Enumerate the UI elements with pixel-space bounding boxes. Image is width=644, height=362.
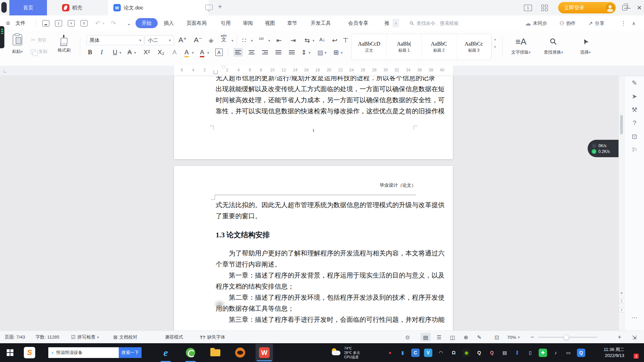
align-justify-icon[interactable] xyxy=(274,48,283,57)
apps-grid-icon[interactable] xyxy=(541,0,551,15)
numbered-list-icon[interactable]: ¹²³ xyxy=(259,37,264,42)
gallery-down-icon[interactable]: ▼ xyxy=(494,46,496,49)
command-search[interactable]: ⚲ 查找命令、搜索模板 xyxy=(410,15,459,31)
ribbon-tab-insert[interactable]: 插入 xyxy=(164,15,174,31)
strikethrough-icon[interactable]: A xyxy=(127,49,132,56)
file-menu[interactable]: 文件 xyxy=(15,15,25,31)
line-spacing-caret-icon[interactable]: ▾ xyxy=(309,51,311,55)
paste-button[interactable]: 粘贴▾ xyxy=(9,35,26,55)
pen-view-icon[interactable]: ✎ xyxy=(474,333,484,342)
tab-docer[interactable]: 稻壳 xyxy=(47,0,97,15)
format-painter-button[interactable]: 格式刷 xyxy=(54,35,74,53)
close-button[interactable]: × xyxy=(632,0,644,15)
text-direction-icon[interactable]: A↓ xyxy=(319,37,325,42)
more-menu-icon[interactable]: ⋮ xyxy=(621,15,626,31)
taskbar-clock[interactable]: 11:36 周二 2022/9/13 xyxy=(581,343,624,362)
find-replace-button[interactable]: ⚲ 查找替换▾ xyxy=(539,36,568,55)
underline-caret-icon[interactable]: ▾ xyxy=(119,51,121,55)
decrease-font-icon[interactable]: A⁻ xyxy=(194,36,202,44)
weather-temp-block[interactable]: 74℃ 28℃ 多云 CPU温度 xyxy=(344,343,360,362)
font-color-caret-icon[interactable]: ▾ xyxy=(207,51,209,55)
doc-line[interactable]: 用的数据存储工具等信息； xyxy=(216,303,445,314)
page-2[interactable]: 毕业设计（论文） 式无法比拟的。因此无人超市管理系统为数据信息的管理模式的升级与… xyxy=(174,166,453,330)
taskbar-app-360-browser[interactable] xyxy=(181,343,200,362)
underline-icon[interactable]: U xyxy=(113,49,117,56)
missing-font-button[interactable]: T? 缺失字体 xyxy=(200,331,225,344)
wrap-icon[interactable]: ↩ xyxy=(332,37,337,44)
book-view-icon[interactable]: ◫ xyxy=(447,333,458,342)
document-canvas[interactable]: 无人超市信息的更新/运行/规划开发是运用科技的进程．所以各个信息的记录出现就能缓… xyxy=(0,76,625,330)
gallery-up-icon[interactable]: ▲ xyxy=(494,38,496,41)
tray-device-icon[interactable]: ▯ xyxy=(526,349,534,357)
doc-line[interactable]: 第三章：描述了程序着手进行开发时，会面临的可行性问题，并对程序功能 xyxy=(216,314,445,325)
borders-icon[interactable]: ⊞ xyxy=(333,49,339,56)
tab-stop-selector-icon[interactable]: ∟ xyxy=(3,68,7,73)
align-distribute-icon[interactable] xyxy=(287,48,297,57)
tray-wifi-icon[interactable]: ◠ xyxy=(437,349,445,357)
style-item[interactable]: AaBb( 标题 1 xyxy=(387,34,422,60)
doc-line[interactable]: 为了帮助用户更好的了解和理解程序的开发流程与相关内容，本文将通过六 xyxy=(216,248,445,259)
collapse-ribbon-icon[interactable]: ∧ xyxy=(632,15,636,31)
align-center-icon[interactable] xyxy=(247,48,256,57)
taskbar-app-explorer[interactable] xyxy=(206,343,225,362)
font-family-select[interactable]: 黑体▾ xyxy=(87,35,144,45)
page2-header[interactable]: 毕业设计（论文） xyxy=(215,182,416,189)
help-icon[interactable]: ? xyxy=(625,116,644,130)
taskbar-search-box[interactable]: e 恒温恒湿设备 xyxy=(48,347,119,358)
tray-qq-2-icon[interactable]: Q xyxy=(488,349,496,357)
pinyin-caret-icon[interactable]: ▾ xyxy=(231,39,233,43)
tray-volume-icon[interactable]: ♪ xyxy=(551,349,560,357)
doc-line[interactable]: 第一章：描述了程序的开发背景，程序运用于现实生活的目的与意义，以及 xyxy=(216,270,445,281)
doc-proof-button[interactable]: ⊠ 文档校对 xyxy=(113,331,138,344)
text-layout-button[interactable]: ≡A 文字排版▾ xyxy=(507,36,535,55)
taskbar-app-game[interactable] xyxy=(231,343,250,362)
window-switch-icon[interactable]: 1 xyxy=(524,0,535,15)
ribbon-tab-view[interactable]: 视图 xyxy=(265,15,275,31)
weather-icon[interactable] xyxy=(330,343,342,362)
ribbon-tab-review[interactable]: 审阅 xyxy=(243,15,253,31)
scroll-up-icon[interactable]: ▲ xyxy=(619,289,624,296)
share-button[interactable]: ↗ 分享 xyxy=(588,15,604,31)
align-right-icon[interactable] xyxy=(260,48,270,57)
char-border-icon[interactable]: A xyxy=(215,49,223,56)
clear-format-icon[interactable]: ◈ xyxy=(209,37,214,44)
doc-line[interactable]: 靠性，并可以实现信息数据的快速检索与修改操作，这些优点是之前的旧操作模 xyxy=(216,106,445,117)
fit-page-icon[interactable]: ⊡ xyxy=(492,333,502,342)
zoom-level[interactable]: 70%▾ xyxy=(507,331,520,344)
vertical-scrollbar[interactable]: ▲ ≪ ≫ xyxy=(619,76,624,330)
pointer-tool-icon[interactable]: ➤ xyxy=(625,89,644,103)
tray-bell-icon[interactable]: Ω xyxy=(449,349,458,357)
subscript-icon[interactable]: X₂ xyxy=(158,49,164,56)
notification-badge[interactable]: 3 xyxy=(629,348,636,357)
style-item[interactable]: AaBbC 标题 2 xyxy=(422,34,457,60)
page2-paragraph-2[interactable]: 为了帮助用户更好的了解和理解程序的开发流程与相关内容，本文将通过六个章节进行内容… xyxy=(216,248,445,325)
sogou-input-icon[interactable]: S xyxy=(20,343,39,362)
highlight-caret-icon[interactable]: ▾ xyxy=(192,51,194,55)
new-tab-button[interactable]: + xyxy=(218,3,222,11)
cut-button[interactable]: ✂ 剪切 xyxy=(31,37,46,44)
hamburger-icon[interactable]: ≡ xyxy=(6,15,10,31)
italic-icon[interactable]: I xyxy=(101,49,103,56)
spell-check-toggle[interactable]: ☑ 拼写检查▾ xyxy=(71,331,99,344)
doc-line[interactable]: 了重要的窗口。 xyxy=(216,210,445,222)
restore-button[interactable] xyxy=(617,0,632,15)
copy-button[interactable]: 复制 xyxy=(31,49,47,55)
section-heading[interactable]: 1.3 论文结构安排 xyxy=(216,230,270,241)
sync-status[interactable]: ☁ 未同步 xyxy=(525,15,547,31)
page-1[interactable]: 无人超市信息的更新/运行/规划开发是运用科技的进程．所以各个信息的记录出现就能缓… xyxy=(174,76,453,159)
first-line-indent-marker[interactable] xyxy=(221,66,225,69)
style-item[interactable]: AaBbCc 标题 3 xyxy=(457,34,491,60)
zoom-out-icon[interactable]: − xyxy=(527,333,537,342)
font-size-select[interactable]: 小二▾ xyxy=(145,35,174,45)
more-tools-icon[interactable]: ⋯ xyxy=(625,311,644,324)
bullet-list-icon[interactable]: ∷ xyxy=(242,37,246,44)
scrollbar-thumb[interactable] xyxy=(620,115,623,134)
char-scale-caret-icon[interactable]: ▾ xyxy=(313,39,315,43)
bold-icon[interactable]: B xyxy=(88,49,92,56)
screenshot-ocr-icon[interactable]: ⊡ xyxy=(625,130,644,143)
save-icon[interactable]: ▂ xyxy=(42,15,49,31)
tray-qq-icon[interactable]: Q xyxy=(475,349,483,357)
text-effects-icon[interactable]: A xyxy=(172,49,177,56)
taskbar-app-wps[interactable]: W xyxy=(256,344,273,361)
previous-page-button[interactable]: ≪ xyxy=(619,297,624,304)
